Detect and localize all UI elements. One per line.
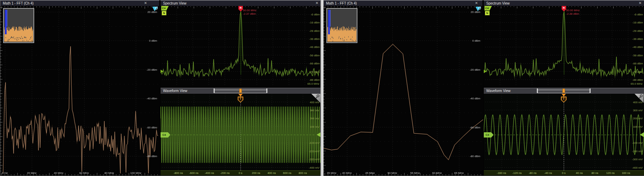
fft-y-axis-label: 0 dBm: [149, 39, 157, 42]
fft-x-axis-label: 100 MHz: [130, 171, 141, 175]
spectrum-title: Spectrum View: [486, 1, 510, 6]
fft-y-axis-label: -40 dBm: [470, 97, 480, 100]
window-splitter[interactable]: [320, 0, 324, 176]
spectrum-y-axis-label: -26 dBm: [309, 29, 320, 33]
spectrum-y-axis-label: -36 dBm: [632, 37, 643, 41]
waveform-y-axis-label: -200 mV: [309, 150, 319, 153]
reference-level-arrow: [161, 70, 163, 73]
close-icon[interactable]: ✕: [143, 1, 148, 6]
acquisition-mode-badge[interactable]: N: [162, 11, 166, 15]
waveform-time-label: -120 ns: [512, 171, 522, 175]
reference-level-arrow: [484, 70, 487, 73]
fft-overview-thumbnail[interactable]: [3, 8, 34, 43]
spectrum-y-axis-label: -56 dBm: [309, 54, 320, 57]
trigger-position-arrow-icon: [238, 94, 243, 97]
close-icon[interactable]: ✕: [638, 1, 643, 6]
fft-titlebar: Math 1 - FFT (Ch 4) ✕: [0, 0, 159, 6]
fft-title: Math 1 - FFT (Ch 4): [326, 1, 357, 6]
waveform-title: Waveform View: [486, 89, 510, 93]
spectrum-y-axis-label: -76 dBm: [632, 70, 643, 73]
fft-y-axis-label: -80 dBm: [147, 155, 157, 158]
spectrum-y-axis-label: -6 dBm: [634, 13, 643, 16]
fft-y-axis-label: -60 dBm: [470, 126, 480, 129]
waveform-y-axis-label: -100 mV: [309, 141, 319, 145]
fft-y-axis-label: 0 dBm: [472, 39, 480, 42]
fft-titlebar: Math 1 - FFT (Ch 4) ✕: [324, 0, 482, 6]
fft-y-axis-label: -80 dBm: [470, 155, 480, 158]
marker-amplitude-readout: -2.38 dBm: [566, 12, 579, 15]
waveform-y-axis-label: -100 mV: [632, 141, 643, 145]
fft-y-axis-label: -40 dBm: [147, 97, 157, 100]
spectrum-panel: Spectrum View ✕ C4 N R 50.00 MHz -2.37 d…: [161, 0, 321, 88]
fft-x-axis-label: 40 MHz: [342, 171, 352, 175]
fft-x-axis-label: 20 MHz: [27, 171, 37, 175]
fft-x-axis-label: 80 MHz: [104, 171, 114, 175]
waveform-time-label: -40 ns: [544, 171, 552, 175]
spectrum-y-axis-label: -6 dBm: [311, 13, 320, 16]
fft-y-axis-label: 20 dBm: [471, 10, 480, 14]
scope-group-right: 20 dBm0 dBm-20 dBm-40 dBm-60 dBm-80 dBm3…: [324, 0, 644, 176]
spectrum-plot[interactable]: [161, 0, 321, 88]
spectrum-title: Spectrum View: [163, 1, 186, 6]
fft-y-axis-label: -60 dBm: [147, 126, 157, 129]
trigger-level-arrow[interactable]: [640, 132, 644, 137]
marker-frequency-readout: 50.00 MHz: [566, 9, 580, 12]
spectrum-y-axis-label: -16 dBm: [632, 21, 643, 24]
fft-x-axis-label: 60 MHz: [432, 171, 442, 175]
scope-group-left: 20 dBm0 dBm-20 dBm-40 dBm-60 dBm-80 dBm0…: [0, 0, 320, 176]
spectrum-y-axis-label: -86 dBm: [309, 78, 320, 82]
waveform-y-axis-label: 400 mV: [633, 101, 643, 104]
slider-trigger-marker[interactable]: [562, 89, 565, 93]
trigger-flag[interactable]: T: [238, 97, 243, 103]
waveform-y-axis-label: -300 mV: [309, 158, 319, 161]
fft-x-axis-label: 65 MHz: [454, 171, 464, 175]
fft-x-axis-label: 0 Hz: [2, 171, 8, 175]
waveform-y-axis-label: 200 mV: [310, 117, 319, 120]
fft-panel: 20 dBm0 dBm-20 dBm-40 dBm-60 dBm-80 dBm0…: [0, 0, 160, 176]
fft-overview-thumbnail[interactable]: [326, 8, 357, 43]
spectrum-y-axis-label: -56 dBm: [632, 54, 643, 57]
waveform-time-label: 80 ns: [591, 171, 598, 175]
horizontal-pan-slider[interactable]: [214, 89, 267, 93]
close-icon[interactable]: ✕: [314, 1, 319, 6]
trigger-position-arrow-icon: [562, 94, 566, 97]
close-icon[interactable]: ✕: [474, 1, 479, 6]
waveform-time-label: 0 s: [562, 171, 566, 175]
spectrum-y-axis-label: -46 dBm: [632, 45, 643, 49]
horizontal-pan-slider[interactable]: [538, 89, 590, 93]
waveform-y-axis-label: 300 mV: [633, 109, 643, 112]
spectrum-titlebar: Spectrum View ✕: [484, 0, 644, 6]
spectrum-y-axis-label: -36 dBm: [309, 37, 320, 41]
waveform-time-label: 600 ns: [283, 171, 291, 175]
waveform-y-axis-label: -400 mV: [632, 166, 643, 169]
acquisition-mode-badge[interactable]: N: [485, 11, 490, 15]
trigger-letter: T: [238, 97, 243, 100]
spectrum-plot[interactable]: [484, 0, 644, 88]
waveform-y-axis-label: -300 mV: [632, 158, 643, 161]
trigger-flag[interactable]: T: [561, 97, 567, 103]
waveform-panel: Waveform View T C4: [484, 88, 644, 176]
waveform-y-axis-label: 300 mV: [310, 109, 319, 112]
spectrum-y-axis-label: -46 dBm: [309, 45, 320, 49]
spectrum-y-axis-label: -26 dBm: [632, 29, 643, 33]
fft-y-axis-label: -20 dBm: [147, 68, 157, 71]
waveform-titlebar: Waveform View: [161, 88, 321, 94]
spectrum-titlebar: Spectrum View ✕: [161, 0, 321, 6]
waveform-time-label: 200 ns: [252, 171, 260, 175]
waveform-time-label: 400 ns: [267, 171, 276, 175]
marker-frequency-readout: 50.00 MHz: [243, 9, 257, 12]
marker-amplitude-readout: -2.37 dBm: [243, 12, 256, 15]
slider-trigger-marker[interactable]: [239, 89, 242, 93]
waveform-title: Waveform View: [163, 89, 187, 93]
waveform-time-label: -200 ns: [220, 171, 230, 175]
fft-title: Math 1 - FFT (Ch 4): [3, 1, 34, 6]
spectrum-panel: Spectrum View ✕ C4 N R 50.00 MHz -2.38 d…: [484, 0, 644, 88]
span-right-edge-label: 65.0 MHz: [308, 82, 319, 85]
fft-x-axis-label: 40 MHz: [54, 171, 64, 175]
waveform-y-axis-label: -400 mV: [309, 166, 319, 169]
fft-x-axis-label: 55 MHz: [410, 171, 420, 175]
waveform-time-label: -600 ns: [189, 171, 199, 175]
fft-x-axis-label: 45 MHz: [365, 171, 375, 175]
fft-panel: 20 dBm0 dBm-20 dBm-40 dBm-60 dBm-80 dBm3…: [324, 0, 483, 176]
waveform-time-label: 160 ns: [622, 171, 630, 175]
